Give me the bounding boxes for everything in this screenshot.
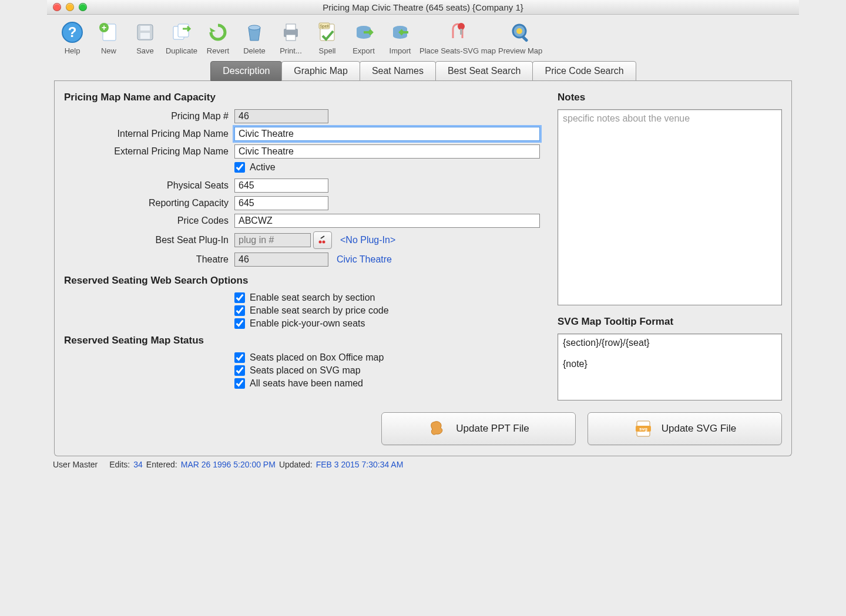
tab-graphic-map[interactable]: Graphic Map (281, 61, 360, 81)
placed-box-checkbox[interactable] (234, 352, 245, 363)
svg-rect-23 (521, 35, 528, 42)
map-status-placed-box-row: Seats placed on Box Office map (234, 352, 546, 363)
delete-icon (241, 19, 267, 45)
placed-box-label: Seats placed on Box Office map (250, 352, 384, 363)
preview-map-toolbar-button[interactable]: Preview Map (498, 19, 542, 55)
heading-svg-tooltip: SVG Map Tooltip Format (558, 316, 782, 328)
update-svg-button[interactable]: svg Update SVG File (588, 412, 782, 445)
svg-point-10 (249, 25, 260, 30)
window: Pricing Map Civic Theatre (645 seats) {C… (47, 0, 799, 473)
svg-tooltip-textarea[interactable]: {section}/{row}/{seat} {note} (558, 334, 782, 400)
status-entered-label: Entered: (146, 460, 177, 469)
new-toolbar-label: New (101, 46, 116, 55)
status-updated-label: Updated: (279, 460, 313, 469)
duplicate-icon (169, 19, 194, 45)
spell-toolbar-label: Spell (319, 46, 336, 55)
tab-seat-names[interactable]: Seat Names (360, 61, 436, 81)
external-name-field[interactable] (234, 144, 540, 159)
svg-text:svg: svg (639, 426, 647, 432)
label-theatre: Theatre (64, 254, 234, 265)
print-icon (278, 19, 304, 45)
all-named-checkbox[interactable] (234, 378, 245, 389)
update-ppt-button[interactable]: Update PPT File (381, 412, 576, 445)
pricing-map-num-field[interactable] (234, 109, 328, 123)
map-status-all-named-row: All seats have been named (234, 378, 546, 389)
svg-text:+: + (102, 23, 106, 32)
window-title: Pricing Map Civic Theatre (645 seats) {C… (47, 2, 799, 12)
print-toolbar-label: Print... (280, 46, 302, 55)
reporting-capacity-field[interactable] (234, 196, 328, 210)
label-internal-name: Internal Pricing Map Name (64, 129, 234, 139)
duplicate-toolbar-label: Duplicate (166, 46, 197, 55)
active-checkbox[interactable] (234, 162, 245, 173)
spell-toolbar-button[interactable]: SpellSpell (310, 19, 344, 55)
notes-textarea[interactable]: specific notes about the venue (558, 109, 782, 305)
tab-price-code-search[interactable]: Price Code Search (532, 61, 636, 81)
internal-name-field[interactable] (234, 127, 540, 141)
search-price-checkbox[interactable] (234, 305, 245, 316)
revert-toolbar-button[interactable]: Revert (201, 19, 235, 55)
tab-description[interactable]: Description (210, 61, 282, 81)
status-entered-value[interactable]: MAR 26 1996 5:20:00 PM (181, 460, 276, 469)
placed-svg-checkbox[interactable] (234, 365, 245, 376)
delete-toolbar-label: Delete (243, 46, 266, 55)
web-search-search-price-row: Enable seat search by price code (234, 305, 546, 316)
place-seats-toolbar-button[interactable]: Place Seats-SVG map (419, 19, 496, 55)
search-section-label: Enable seat search by section (250, 292, 375, 303)
plugin-picker-button[interactable] (313, 231, 332, 249)
export-toolbar-button[interactable]: Export (347, 19, 381, 55)
web-search-pick-own-row: Enable pick-your-own seats (234, 318, 546, 329)
theatre-link[interactable]: Civic Theatre (337, 254, 392, 265)
heading-map-status: Reserved Seating Map Status (64, 335, 546, 346)
help-toolbar-label: Help (65, 46, 80, 55)
svg-point-24 (319, 241, 322, 244)
label-price-codes: Price Codes (64, 216, 234, 226)
status-edits-value[interactable]: 34 (133, 460, 143, 469)
tab-best-seat-search[interactable]: Best Seat Search (435, 61, 533, 81)
pick-own-checkbox[interactable] (234, 318, 245, 329)
duplicate-toolbar-button[interactable]: Duplicate (164, 19, 199, 55)
print-toolbar-button[interactable]: Print... (274, 19, 308, 55)
label-best-seat-plugin: Best Seat Plug-In (64, 235, 234, 245)
toolbar: ?Help+NewSaveDuplicateRevertDeletePrint.… (47, 15, 799, 61)
search-price-label: Enable seat search by price code (250, 305, 389, 316)
price-codes-field[interactable] (234, 214, 540, 228)
save-toolbar-button[interactable]: Save (128, 19, 162, 55)
status-updated-value[interactable]: FEB 3 2015 7:30:34 AM (316, 460, 404, 469)
theatre-field[interactable] (234, 253, 328, 267)
help-toolbar-button[interactable]: ?Help (55, 19, 89, 55)
import-icon (387, 19, 413, 45)
tab-bar: DescriptionGraphic MapSeat NamesBest Sea… (54, 61, 792, 81)
preview-map-toolbar-label: Preview Map (498, 46, 542, 55)
search-section-checkbox[interactable] (234, 292, 245, 303)
export-icon (351, 19, 377, 45)
update-ppt-label: Update PPT File (456, 423, 529, 435)
best-seat-plugin-field[interactable] (234, 233, 311, 247)
svg-rect-20 (460, 29, 462, 35)
pick-own-label: Enable pick-your-own seats (250, 318, 365, 329)
save-icon (132, 19, 158, 45)
map-status-placed-svg-row: Seats placed on SVG map (234, 365, 546, 376)
svg-text:?: ? (68, 24, 77, 40)
plugin-picker-icon (317, 235, 328, 245)
help-icon: ? (59, 19, 85, 45)
svg-point-25 (323, 241, 325, 244)
svg-rect-13 (286, 35, 296, 41)
plugin-link[interactable]: <No Plug-In> (340, 235, 395, 245)
preview-map-icon (508, 19, 533, 45)
ppt-icon (428, 419, 448, 439)
svg-rect-12 (286, 24, 296, 30)
heading-web-search: Reserved Seating Web Search Options (64, 275, 546, 287)
export-toolbar-label: Export (352, 46, 375, 55)
save-toolbar-label: Save (136, 46, 154, 55)
web-search-search-section-row: Enable seat search by section (234, 292, 546, 303)
import-toolbar-label: Import (390, 46, 411, 55)
all-named-label: All seats have been named (250, 378, 363, 389)
new-toolbar-button[interactable]: +New (92, 19, 126, 55)
label-pricing-map-num: Pricing Map # (64, 111, 234, 122)
svg-point-22 (516, 28, 522, 34)
heading-name-capacity: Pricing Map Name and Capacity (64, 92, 546, 103)
physical-seats-field[interactable] (234, 179, 328, 193)
delete-toolbar-button[interactable]: Delete (237, 19, 271, 55)
import-toolbar-button[interactable]: Import (383, 19, 417, 55)
